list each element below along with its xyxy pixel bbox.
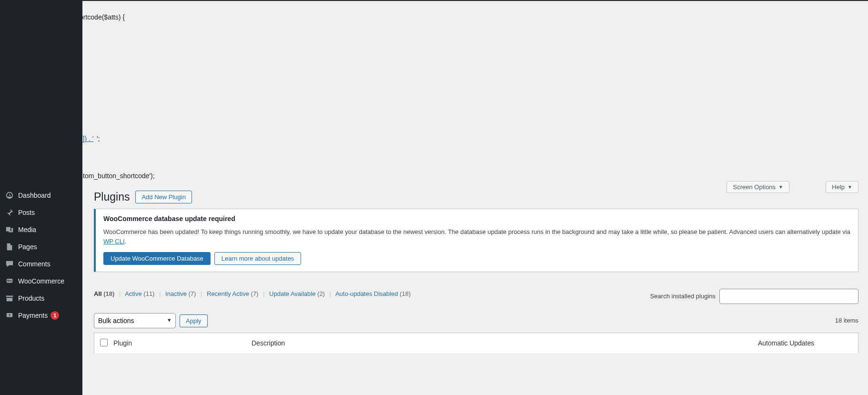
filter-update-available[interactable]: Update Available — [269, 290, 315, 297]
page-header-row: Plugins Add New Plugin — [94, 191, 192, 203]
learn-more-button[interactable]: Learn more about updates — [214, 252, 302, 265]
products-icon — [5, 294, 14, 303]
screen-options-label: Screen Options — [733, 183, 776, 191]
sidebar-item-label: Products — [18, 294, 44, 302]
chevron-down-icon: ▼ — [848, 184, 852, 190]
chevron-down-icon: ▼ — [778, 184, 783, 190]
filter-recently-active[interactable]: Recently Active — [207, 290, 249, 297]
apply-bulk-button[interactable]: Apply — [180, 314, 208, 327]
admin-sidebar: Dashboard Posts Media Pages Comments Woo… — [0, 1, 82, 395]
sidebar-item-payments[interactable]: $ Payments 1 — [0, 307, 82, 324]
bulk-action-select[interactable]: Bulk actions — [94, 313, 176, 328]
leaked-code-line: '; — [97, 135, 100, 142]
content-area: ortcode($atts) { / t']) . ' '; stom_butt… — [82, 1, 868, 395]
sidebar-item-products[interactable]: Products — [0, 290, 82, 307]
bulk-action-select-wrap: Bulk actions — [94, 313, 176, 328]
sidebar-item-dashboard[interactable]: Dashboard — [0, 187, 82, 204]
notice-body-text-end: . — [125, 238, 127, 245]
update-notice: WooCommerce database update required Woo… — [94, 209, 858, 272]
page-title: Plugins — [94, 191, 130, 203]
media-icon — [5, 225, 14, 234]
leaked-code-line: ortcode($atts) { — [82, 13, 125, 21]
filter-inactive[interactable]: Inactive — [165, 290, 187, 297]
search-input[interactable] — [719, 289, 858, 304]
sidebar-item-comments[interactable]: Comments — [0, 255, 82, 273]
svg-text:Woo: Woo — [7, 280, 12, 282]
plugins-table: Plugin Description Automatic Updates — [94, 333, 858, 353]
plugin-status-filters: All (18) | Active (11) | Inactive (7) | … — [94, 290, 411, 297]
bulk-actions-row: Bulk actions Apply — [94, 313, 208, 328]
update-database-button[interactable]: Update WooCommerce Database — [103, 252, 211, 265]
notice-title: WooCommerce database update required — [103, 215, 850, 223]
help-toggle[interactable]: Help ▼ — [826, 181, 858, 193]
sidebar-item-label: WooCommerce — [18, 277, 64, 285]
help-label: Help — [832, 183, 845, 191]
sidebar-item-media[interactable]: Media — [0, 221, 82, 238]
woocommerce-icon: Woo — [5, 276, 14, 286]
sidebar-item-label: Media — [18, 226, 36, 233]
pin-icon — [5, 208, 14, 217]
filter-auto-updates-disabled[interactable]: Auto-updates Disabled — [335, 290, 398, 297]
sidebar-item-label: Payments — [18, 312, 48, 319]
payments-icon: $ — [5, 311, 14, 320]
screen-options-toggle[interactable]: Screen Options ▼ — [727, 181, 789, 193]
sidebar-item-label: Posts — [18, 209, 35, 216]
search-label: Search installed plugins — [650, 293, 716, 300]
column-header-description[interactable]: Description — [252, 339, 758, 347]
column-header-plugin[interactable]: Plugin — [113, 339, 252, 347]
sidebar-item-pages[interactable]: Pages — [0, 238, 82, 255]
sidebar-item-label: Pages — [18, 243, 37, 251]
filter-all[interactable]: All (18) — [94, 290, 114, 297]
sidebar-item-posts[interactable]: Posts — [0, 204, 82, 221]
payments-badge: 1 — [50, 311, 59, 320]
comment-icon — [5, 259, 14, 269]
add-new-plugin-button[interactable]: Add New Plugin — [135, 191, 192, 203]
sidebar-item-woocommerce[interactable]: Woo WooCommerce — [0, 273, 82, 290]
items-count: 18 items — [835, 317, 858, 324]
leaked-code-line-link[interactable]: t']) . ' — [82, 135, 93, 142]
column-header-auto-updates[interactable]: Automatic Updates — [758, 339, 858, 347]
select-all-cell — [94, 339, 113, 348]
sidebar-item-label: Comments — [18, 260, 50, 268]
notice-body-text: WooCommerce has been updated! To keep th… — [103, 228, 850, 235]
select-all-checkbox[interactable] — [100, 339, 108, 346]
page-icon — [5, 242, 14, 252]
filter-active[interactable]: Active — [125, 290, 141, 297]
table-header-row: Plugin Description Automatic Updates — [94, 333, 858, 353]
sidebar-item-label: Dashboard — [18, 192, 51, 199]
notice-actions: Update WooCommerce Database Learn more a… — [103, 252, 850, 265]
wp-cli-link[interactable]: WP CLI — [103, 238, 125, 245]
leaked-code-line: stom_button_shortcode'); — [82, 172, 155, 180]
notice-body: WooCommerce has been updated! To keep th… — [103, 227, 850, 246]
dashboard-icon — [5, 191, 14, 200]
